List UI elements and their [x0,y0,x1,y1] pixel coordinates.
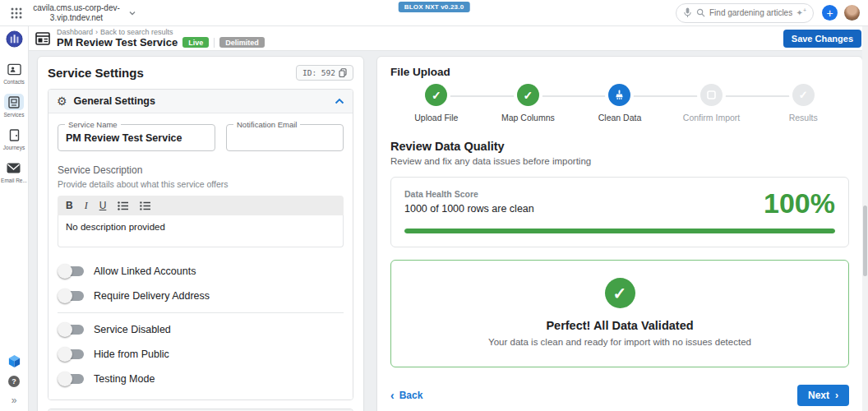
breadcrumb: Dashboard›Back to search results [57,28,265,36]
help-icon[interactable]: ? [8,376,20,387]
site-name[interactable]: cavila.cms.us-corp-dev-3.vip.tndev.net [28,3,125,23]
toggle-switch[interactable] [59,374,84,384]
richtext-toolbar: B I U [58,196,344,215]
microphone-icon[interactable] [683,7,692,18]
sidebar-item-label: Email Re... [1,178,27,183]
file-upload-card: File Upload ✓ Upload File ✓ Map Columns [376,56,863,411]
health-score-label: Data Health Score [404,189,534,199]
breadcrumb-home[interactable]: Dashboard [57,28,93,36]
sidebar-item-contacts[interactable]: Contacts [3,61,25,85]
file-upload-title: File Upload [390,66,849,78]
toggle-service-disabled[interactable]: Service Disabled [58,317,344,342]
status-badge: Live [182,37,209,48]
bullet-list-icon[interactable] [118,201,128,210]
sidebar-item-label: Services [4,112,25,118]
envelope-icon [7,163,21,173]
step-confirm-import[interactable]: Confirm Import [666,84,758,122]
step-map-columns[interactable]: ✓ Map Columns [482,84,575,122]
content-area: Service Settings ID: 592 ⚙ [29,51,868,411]
type-badge: Delimited [219,37,265,48]
description-label: Service Description [58,164,344,176]
divider [214,38,215,48]
validation-subtitle: Your data is clean and ready for import … [404,337,835,347]
toggle-require-delivery-address[interactable]: Require Delivery Address [58,284,344,308]
app-grid-icon[interactable] [10,7,23,20]
door-icon [9,129,20,141]
sidebar-item-services[interactable]: Services [4,94,25,118]
service-id-badge[interactable]: ID: 592 [296,65,353,81]
service-name-field[interactable]: Service Name [58,124,215,151]
cube-icon[interactable] [7,354,21,368]
step-clean-data[interactable]: Clean Data [574,84,666,122]
search-input[interactable] [709,8,792,17]
description-editor[interactable]: No description provided [58,215,344,247]
toggle-switch[interactable] [59,266,84,276]
notification-email-field[interactable]: Notification Email [226,124,344,151]
general-settings-header[interactable]: ⚙ General Settings [48,90,353,113]
chevron-right-icon: › [835,390,838,401]
chevron-left-icon: ‹ [390,389,395,402]
page-header: Dashboard›Back to search results PM Revi… [29,26,868,51]
bold-button[interactable]: B [66,201,73,210]
validation-title: Perfect! All Data Validated [404,319,835,332]
toggle-testing-mode[interactable]: Testing Mode [58,367,344,391]
health-score-detail: 1000 of 1000 rows are clean [404,203,534,215]
description-helper: Provide details about what this service … [58,179,344,189]
sidebar-item-email[interactable]: Email Re... [1,159,27,183]
health-score-percent: 100% [764,189,835,217]
health-progress-fill [404,229,835,233]
toggle-allow-linked-accounts[interactable]: Allow Linked Accounts [58,259,344,284]
breadcrumb-current[interactable]: Back to search results [100,28,173,36]
italic-button[interactable]: I [85,201,88,210]
toggle-switch[interactable] [59,325,84,335]
check-icon: ✓ [799,89,808,101]
toggle-hide-from-public[interactable]: Hide from Public [58,342,344,367]
sparkle-icon[interactable]: ✦+ [796,7,806,17]
app-logo-icon[interactable] [6,30,23,48]
health-progress-bar [404,229,835,233]
version-badge: BLOX NXT v0.23.0 [399,2,470,12]
service-settings-card: Service Settings ID: 592 ⚙ [37,56,364,411]
chevron-down-icon[interactable] [128,9,136,17]
back-button[interactable]: ‹ Back [390,389,422,402]
check-icon: ✓ [524,89,533,102]
review-title: Review Data Quality [390,140,849,153]
search-icon[interactable] [696,8,705,17]
left-rail: Contacts Services Journeys Email Re... [0,26,29,411]
numbered-list-icon[interactable] [140,201,150,210]
validation-result-box: ✓ Perfect! All Data Validated Your data … [390,260,849,367]
toggle-switch[interactable] [59,349,84,359]
search-bar[interactable]: ✦+ [676,3,814,23]
services-icon [7,96,21,109]
chevron-up-icon[interactable] [335,98,344,104]
sidebar-item-journeys[interactable]: Journeys [3,127,25,150]
scrollbar-track[interactable] [862,26,868,411]
save-changes-button[interactable]: Save Changes [783,30,861,48]
underline-button[interactable]: U [99,201,107,210]
add-button[interactable]: + [822,5,838,21]
page-title: PM Review Test Service [57,36,178,48]
step-results[interactable]: ✓ Results [757,84,849,122]
sidebar-item-label: Contacts [3,79,25,85]
scrollbar-thumb[interactable] [863,206,867,276]
contact-card-icon [7,63,21,76]
service-settings-title: Service Settings [48,66,144,80]
expand-sidebar-icon[interactable]: » [12,395,17,406]
step-upload-file[interactable]: ✓ Upload File [390,84,482,122]
gear-icon: ⚙ [57,95,67,107]
success-check-icon: ✓ [605,278,635,308]
toggle-switch[interactable] [59,291,84,301]
divider [58,312,344,313]
sidebar-item-label: Journeys [3,145,25,150]
check-icon: ✓ [432,89,441,102]
clean-brush-icon [614,90,625,100]
copy-icon[interactable] [339,68,347,77]
import-icon [707,90,716,99]
review-subtitle: Review and fix any data issues before im… [390,156,849,166]
notification-email-input[interactable] [227,132,343,144]
next-button[interactable]: Next › [797,385,849,406]
topbar: cavila.cms.us-corp-dev-3.vip.tndev.net B… [0,0,868,26]
service-name-input[interactable] [58,132,215,144]
user-avatar[interactable] [844,5,860,21]
general-settings-accordion: ⚙ General Settings Service Name [48,89,353,400]
